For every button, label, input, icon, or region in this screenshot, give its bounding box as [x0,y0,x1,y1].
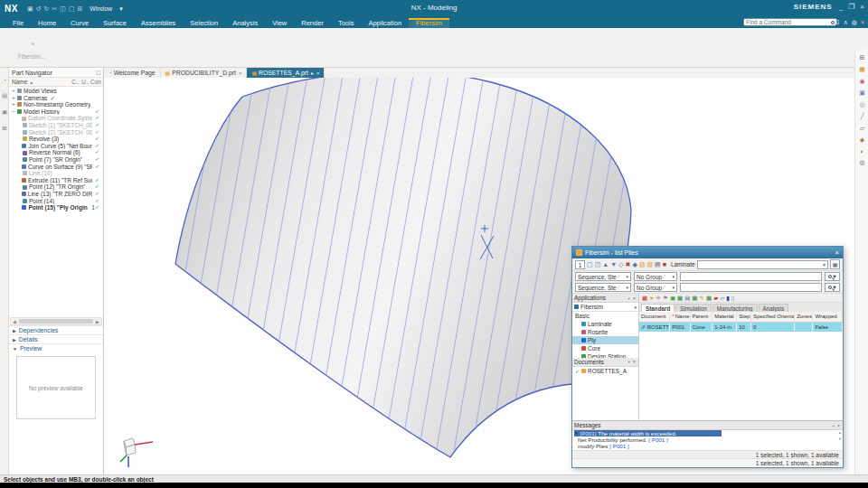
table-cell[interactable]: P001 [670,322,690,332]
view-tool-icon[interactable]: ◍ [855,159,868,166]
tree-item[interactable]: + Cameras ✓ [9,95,103,102]
ribbon-tab[interactable]: View [265,18,294,28]
ply-tool-icon[interactable]: ▦ [706,295,712,302]
column-header[interactable]: Step [737,312,751,322]
details-section[interactable]: ▶Details [9,334,103,343]
ply-tool-icon[interactable]: ⚑ [663,295,668,302]
table-cell[interactable]: 10 [737,322,751,332]
fibersim-title-bar[interactable]: Fibersim - list Plies × [572,247,843,258]
tree-item[interactable]: Line (10) [9,170,103,177]
tree-item[interactable]: Join Curve (5) "Net Bound... ✓ [9,143,103,150]
toolbar-icon[interactable]: ▼ [610,261,617,268]
tree-item[interactable]: Line (13) "TR ZERO DIRECT... ✓ [9,191,103,198]
ribbon-tab[interactable]: Application [361,18,409,28]
dependencies-section[interactable]: ▶Dependencies [9,325,103,334]
command-search-input[interactable]: Find a Command [743,18,837,26]
pin-close-icons[interactable]: ▪ × [628,296,637,301]
application-item[interactable]: Rosette [572,328,638,336]
view-tool-icon[interactable]: ◈ [855,136,868,144]
window-menu[interactable]: Window [90,5,112,12]
close-tab-icon[interactable]: × [239,70,242,76]
tree-item[interactable]: Sketch (2) "SKETCH_001" ✓ [9,129,103,136]
table-cell[interactable] [795,322,813,332]
table-view-button[interactable]: ▦ [830,259,840,269]
column-header[interactable]: Name [670,312,690,322]
horizontal-scrollbar[interactable]: ◀▶ [10,317,102,325]
ply-tool-icon[interactable]: ➤ [649,295,654,302]
ribbon-tab[interactable]: Home [31,18,63,28]
sort-combo[interactable]: Sequence, Ste∕▾ [575,283,631,292]
pin-close-icons[interactable]: ▪ × [833,423,841,428]
toolbar-icon[interactable]: ▢ [587,261,593,268]
tree-item[interactable]: + Model Views [9,88,103,95]
tree-item[interactable]: Datum Coordinate System... ✓ [9,115,103,122]
tree-item[interactable]: Point (12) "TR Origin" ✓ [9,183,103,191]
view-tool-icon[interactable]: ◉ [855,78,868,85]
tree-column-headers[interactable]: Name ▲ C.. U.. Con [9,78,103,87]
preview-section[interactable]: ▼Preview [9,343,103,352]
ribbon-tab[interactable]: Tools [331,18,362,28]
search-filter-button[interactable]: ▾ [825,272,840,281]
ply-tool-icon[interactable]: ▦ [677,295,683,302]
table-cell[interactable]: Cone [690,322,712,332]
fibersim-ribbon-button[interactable]: ◔ Fibersim... [5,31,58,65]
table-cell[interactable]: ⇗ ROSETTE... [639,322,670,332]
pin-close-icons[interactable]: ▪ × [628,359,637,364]
quick-access-toolbar[interactable]: ▣↺↻✂◫▢⊞ [27,5,82,13]
ribbon-tab[interactable]: Render [294,18,331,28]
ply-tool-icon[interactable]: ▣ [670,295,675,302]
toolbar-icon[interactable]: ▤ [655,261,661,268]
column-header[interactable]: Document [639,312,670,322]
sort-combo[interactable]: Sequence, Ste∕▾ [575,272,631,281]
ply-tool-icon[interactable]: ✎ [700,295,704,302]
ribbon-tab[interactable]: Analysis [225,18,265,28]
ribbon-tab[interactable]: File [5,18,31,28]
filter-input[interactable] [680,283,822,292]
message-line[interactable]: modify Plies [ P001 ] [574,443,843,449]
selected-count-box[interactable]: 1 [575,260,585,269]
ply-tool-icon[interactable]: ✛ [656,295,661,302]
table-row[interactable]: ⇗ ROSETTE...P001Cone1-24-in100False [639,322,843,332]
toolbar-icon[interactable]: ◇ [618,261,623,268]
application-item[interactable]: Core [572,344,638,352]
table-cell[interactable]: False [813,322,843,332]
maximize-button[interactable]: ❐ [848,3,854,11]
ply-tab[interactable]: Standard [641,304,675,312]
messages-scrollbar[interactable]: ▲▼ [838,430,842,441]
tab-welcome-page[interactable]: ◔ Welcome Page [104,68,161,78]
dock-icon[interactable]: □ [97,70,100,76]
tree-item[interactable]: Reverse Normal (6) ✓ [9,149,103,156]
tree-item[interactable]: Revolve (3) ✓ [9,136,103,143]
group-combo[interactable]: No Group∕▾ [634,283,677,292]
application-root-combo[interactable]: Fibersim ▾ [572,303,638,312]
close-tab-icon[interactable]: × [316,70,320,76]
view-tool-icon[interactable]: ▱ [855,125,868,132]
view-tool-icon[interactable]: ◎ [855,101,868,108]
ply-tool-icon[interactable]: ▯ [731,295,735,302]
laminate-combo[interactable]: ▾ [697,260,828,269]
ply-tool-icon[interactable]: ▤ [684,295,690,302]
ply-tool-icon[interactable]: ▦ [642,295,647,302]
tree-item[interactable]: Point (15) "Ply Origin 3" 1 ✓ [9,204,103,211]
column-header[interactable]: Parent [690,312,712,322]
message-line[interactable]: Net Producibility performed. [ P001 ] [574,436,843,443]
close-icon[interactable]: × [835,249,839,257]
resource-icon[interactable]: ▣ [0,108,9,116]
table-cell[interactable]: 0 [750,322,794,332]
minimize-button[interactable]: _ [839,3,843,11]
ply-tool-icon[interactable]: ▮ [726,295,730,302]
search-filter-button[interactable]: ▾ [825,283,840,292]
toolbar-icon[interactable]: ◫ [595,261,601,268]
view-tool-icon[interactable]: ╱ [855,113,868,120]
view-tool-icon[interactable]: ▣ [855,89,868,97]
ribbon-tab[interactable]: Fibersim [409,18,449,28]
view-tool-icon[interactable]: ⊞ [855,54,868,61]
toolbar-icon[interactable]: ◆ [632,261,637,268]
application-item[interactable]: Basic [572,312,638,320]
column-header[interactable]: Wrapped [813,312,843,322]
resource-icon[interactable]: ◔ [0,77,9,83]
filter-input[interactable] [680,272,822,281]
ply-tool-icon[interactable]: ▦ [692,295,697,302]
tree-item[interactable]: Point (14) ✓ [9,198,103,205]
ribbon-tab[interactable]: Assemblies [134,18,183,28]
